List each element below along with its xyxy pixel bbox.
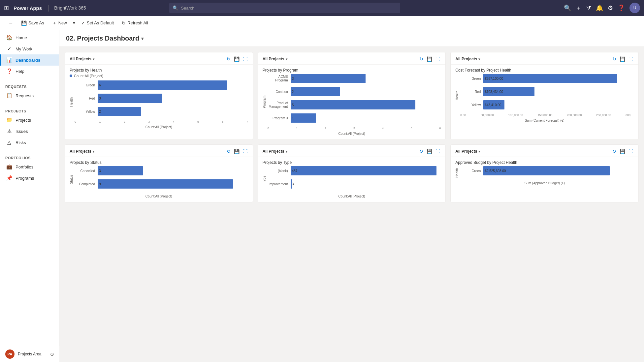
save-chart-btn-0[interactable]: 💾 [233,56,240,62]
x-tick-0-1: 1 [99,120,101,123]
topbar: ⊞ Power Apps | BrightWork 365 🔍 🔍 ＋ ⧩ 🔔 … [0,0,644,16]
chart-title-3: Projects by Status [70,160,248,165]
table-row: Green6 [75,80,248,90]
bar-label-5-0: Green [460,169,483,173]
expand-chart-btn-0[interactable]: ⛶ [242,56,248,62]
sidebar-item-programs[interactable]: 📌 Programs [0,172,59,184]
sidebar-item-projects[interactable]: 📁 Projects [0,114,59,126]
bar-1-3: 1 [291,113,316,123]
sidebar-item-risks[interactable]: △ Risks [0,137,59,148]
bar-label-1-3: Program 3 [268,116,291,120]
card-body-1: Projects by ProgramProgramACME Program3C… [258,65,446,139]
bar-1-2: 5 [291,100,415,109]
sidebar-item-label: Risks [16,140,26,145]
refresh-chart-btn-2[interactable]: ↻ [612,56,617,62]
search-box: 🔍 [169,3,400,13]
bar-5-0: €2,525,603.00 [483,166,610,175]
save-chart-btn-4[interactable]: 💾 [426,148,433,155]
settings-icon[interactable]: ⚙ [608,4,613,12]
card-filter-0[interactable]: All Projects ▾ [70,57,94,61]
user-avatar[interactable]: U [629,3,640,13]
x-axis-ticks-1: 0123456 [268,127,441,130]
card-filter-2[interactable]: All Projects ▾ [455,57,480,61]
sidebar-footer: PA Projects Area ⊙ [0,346,59,362]
sidebar-item-portfolios[interactable]: 💼 Portfolios [0,161,59,172]
expand-chart-btn-2[interactable]: ⛶ [628,56,634,62]
topbar-icons: 🔍 ＋ ⧩ 🔔 ⚙ ❓ U [564,3,640,13]
new-dropdown-button[interactable]: ▾ [72,19,77,27]
save-as-button[interactable]: 💾 Save As [18,19,48,27]
save-chart-btn-2[interactable]: 💾 [619,56,626,62]
sidebar-item-issues[interactable]: ⚠ Issues [0,126,59,137]
bar-value-0-0: 6 [99,83,101,87]
refresh-all-button[interactable]: ↻ Refresh All [118,19,151,27]
portfolios-icon: 💼 [6,164,12,170]
x-tick-2-6: 300,... [626,113,634,117]
chart-card-5: All Projects ▾↻💾⛶Approved Budget by Proj… [450,144,639,202]
help-icon[interactable]: ❓ [618,4,625,12]
y-axis-title-4: Type [263,176,266,183]
bars-col-5: Green€2,525,603.00 [460,166,634,179]
back-button[interactable]: ← [5,19,16,27]
legend-dot [70,75,72,77]
card-filter-3[interactable]: All Projects ▾ [70,149,94,154]
x-tick-0-4: 4 [173,120,175,123]
bar-track-0-1: 3 [98,94,248,103]
table-row: Contoso2 [268,87,441,96]
notification-icon[interactable]: 🔔 [596,4,603,12]
bar-track-3-1: 9 [98,179,248,189]
issues-icon: ⚠ [6,128,12,134]
save-chart-btn-5[interactable]: 💾 [619,148,626,155]
save-chart-btn-3[interactable]: 💾 [233,148,240,155]
filter-icon[interactable]: ⧩ [586,5,591,12]
sidebar-item-label: My Work [16,46,32,51]
page-title-chevron[interactable]: ▾ [141,36,144,41]
expand-chart-btn-4[interactable]: ⛶ [435,148,441,155]
bar-label-4-0: (blank) [268,169,291,173]
new-button[interactable]: ＋ New [49,18,70,28]
refresh-chart-btn-1[interactable]: ↻ [419,56,424,62]
expand-chart-btn-3[interactable]: ⛶ [242,148,248,155]
card-filter-1[interactable]: All Projects ▾ [263,57,287,61]
sidebar-section-portfolios: Portfolios 💼 Portfolios 📌 Programs [0,151,59,186]
card-body-4: Projects by TypeType(blank)487Improvemen… [258,157,446,202]
expand-chart-btn-5[interactable]: ⛶ [628,148,634,155]
sidebar-item-home[interactable]: 🏠 Home [0,32,59,43]
bars-col-3: Cancelled3Completed9 [75,166,248,193]
chart-title-4: Projects by Type [263,160,441,165]
filter-chevron: ▾ [478,57,480,61]
y-axis-title-5: Health [455,168,459,178]
refresh-chart-btn-4[interactable]: ↻ [419,148,424,155]
search-topbar-icon[interactable]: 🔍 [564,4,571,12]
set-default-button[interactable]: ✓ Set As Default [78,19,117,27]
search-input[interactable] [181,6,397,11]
y-axis-title-2: Health [455,91,459,100]
refresh-chart-btn-3[interactable]: ↻ [226,148,231,155]
refresh-chart-btn-0[interactable]: ↻ [226,56,231,62]
sidebar: ≡ 🏠 Home ✓ My Work 📊 Dashboards ❓ Help R… [0,16,59,362]
sidebar-item-mywork[interactable]: ✓ My Work [0,43,59,54]
sidebar-item-requests[interactable]: 📋 Requests [0,90,59,101]
sidebar-item-dashboards[interactable]: 📊 Dashboards [0,54,59,66]
card-filter-5[interactable]: All Projects ▾ [455,149,480,154]
card-body-2: Cost Forecast by Project HealthHealthGre… [451,65,638,126]
x-axis-title-2: Sum (Current Forecast) (€) [455,119,634,122]
grid-icon[interactable]: ⊞ [4,4,9,12]
card-filter-4[interactable]: All Projects ▾ [263,149,287,154]
projects-area-expand-icon[interactable]: ⊙ [50,351,54,357]
bar-track-3-0: 3 [98,166,248,175]
expand-chart-btn-1[interactable]: ⛶ [435,56,441,62]
sidebar-item-help[interactable]: ❓ Help [0,66,59,77]
add-icon[interactable]: ＋ [576,4,582,12]
help-sidebar-icon: ❓ [6,68,12,74]
refresh-chart-btn-5[interactable]: ↻ [612,148,617,155]
card-body-0: Projects by HealthCount:All (Project)Hea… [65,65,253,133]
sidebar-item-label: Dashboards [16,58,40,63]
chart-inner-1: ProgramACME Program3Contoso2Product Mana… [263,74,441,130]
bar-value-2-0: €267,100.00 [485,77,503,80]
save-chart-btn-1[interactable]: 💾 [426,56,433,62]
card-actions-1: ↻💾⛶ [419,56,441,62]
filter-label: All Projects [70,57,91,61]
sidebar-section-projects: Projects 📁 Projects ⚠ Issues △ Risks [0,104,59,151]
filter-label: All Projects [455,149,477,154]
